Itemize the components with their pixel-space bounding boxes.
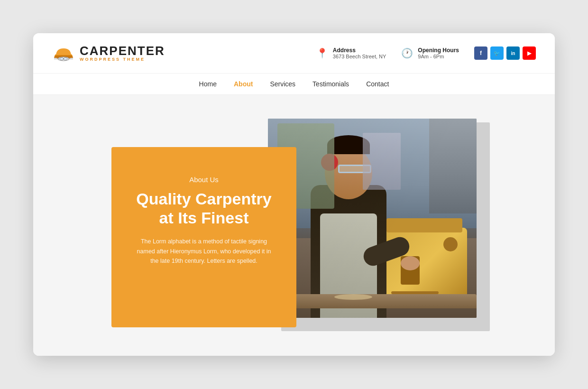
about-section: About Us Quality Carpentry at Its Finest… <box>81 119 507 327</box>
svg-point-4 <box>60 58 64 60</box>
nav-contact[interactable]: Contact <box>366 80 389 88</box>
logo-subtitle: WORDPRESS THEME <box>80 57 165 62</box>
logo-icon <box>52 42 75 65</box>
hours-label: Opening Hours <box>418 47 459 54</box>
twitter-icon[interactable]: 🐦 <box>490 46 504 60</box>
facebook-icon[interactable]: f <box>474 46 487 60</box>
site-nav: Home About Services Testimonials Contact <box>33 74 555 95</box>
site-header: CARPENTER WORDPRESS THEME 📍 Address 3673… <box>33 33 555 74</box>
about-image-wrap <box>268 119 477 318</box>
logo-text-wrap: CARPENTER WORDPRESS THEME <box>80 45 165 62</box>
nav-about[interactable]: About <box>234 80 253 88</box>
nav-home[interactable]: Home <box>199 80 217 88</box>
logo-area: CARPENTER WORDPRESS THEME <box>52 42 165 65</box>
address-value: 3673 Beech Street, NY <box>333 54 386 59</box>
clock-icon: 🕐 <box>401 47 413 59</box>
browser-window: CARPENTER WORDPRESS THEME 📍 Address 3673… <box>33 33 555 356</box>
linkedin-icon[interactable]: in <box>506 46 520 60</box>
youtube-icon[interactable]: ▶ <box>523 46 536 60</box>
about-heading: Quality Carpentry at Its Finest <box>132 189 276 227</box>
logo-title: CARPENTER <box>80 45 165 57</box>
main-content: About Us Quality Carpentry at Its Finest… <box>33 95 555 356</box>
hours-value: 9Am - 6Pm <box>418 54 459 59</box>
nav-testimonials[interactable]: Testimonials <box>312 80 349 88</box>
header-info: 📍 Address 3673 Beech Street, NY 🕐 Openin… <box>316 46 536 60</box>
hours-block: 🕐 Opening Hours 9Am - 6Pm <box>401 47 459 59</box>
social-icons: f 🐦 in ▶ <box>474 46 536 60</box>
about-label: About Us <box>132 176 276 184</box>
address-block: 📍 Address 3673 Beech Street, NY <box>316 47 386 59</box>
about-body: The Lorm alphabet is a method of tactile… <box>132 237 276 266</box>
workshop-image <box>268 119 477 318</box>
location-icon: 📍 <box>316 47 328 59</box>
about-card: About Us Quality Carpentry at Its Finest… <box>111 147 296 327</box>
svg-point-5 <box>64 58 67 60</box>
nav-services[interactable]: Services <box>270 80 295 88</box>
address-label: Address <box>333 47 386 54</box>
